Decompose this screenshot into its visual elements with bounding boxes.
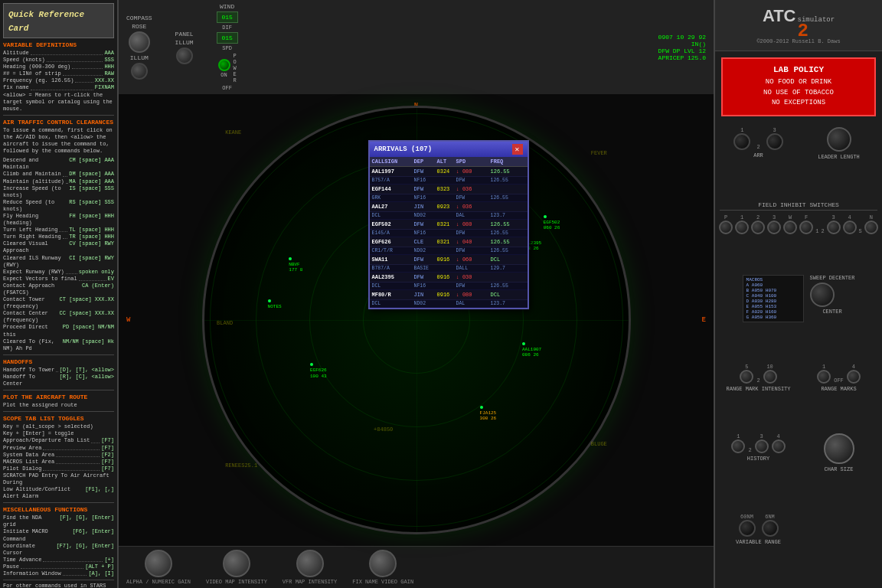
arrivals-header: CALLSIGN DEP ALT SPD FREQ bbox=[370, 157, 528, 167]
range-mark-5[interactable] bbox=[740, 370, 753, 384]
qrc-scope-title: SCOPE TAB LIST TOGGLES bbox=[3, 415, 114, 422]
arr-knob-1[interactable] bbox=[733, 133, 750, 150]
field-inhibit-w[interactable] bbox=[783, 220, 797, 234]
qrc-plot-text: Plot the assigned route bbox=[3, 402, 114, 409]
arr-row-1[interactable]: AAL1997 DFW 0324 ↓ 080 126.55 bbox=[370, 167, 528, 177]
compass-knob[interactable] bbox=[129, 31, 150, 53]
wind-label: WIND bbox=[220, 3, 234, 10]
blip-7[interactable]: EGF626100 43 bbox=[310, 362, 327, 378]
vfr-map-label: VFR MAP INTENSITY bbox=[283, 579, 337, 585]
range-marks-1[interactable] bbox=[817, 370, 831, 384]
arr-row-8[interactable]: MF80/R JIN 0916 ↓ 080 DCL bbox=[370, 290, 528, 300]
var-range-knob-60[interactable] bbox=[739, 520, 756, 537]
radar-controls-top: COMPASS ROSE ILLUM PANEL ILLUM WIND 015 … bbox=[119, 0, 714, 94]
history-3[interactable] bbox=[755, 439, 769, 453]
blip-9[interactable]: AAL1007086 26 bbox=[522, 341, 541, 358]
field-inhibit-s4[interactable] bbox=[843, 220, 857, 234]
qrc-lin: ## = LIN# of stripRAW bbox=[3, 70, 114, 77]
qrc-cmd9: Cleared Visual ApproachCV [space] RWY bbox=[3, 240, 114, 254]
radar-info-line1: 0907 10 29 92 bbox=[658, 34, 706, 41]
fix-label-1: KEANE bbox=[225, 129, 241, 136]
qrc-cmd12: Expect Vectors to finalEV bbox=[3, 276, 114, 283]
blip-10[interactable]: NOTES bbox=[268, 299, 282, 309]
qrc-scope1: Key = (alt_scope > selected) bbox=[3, 423, 114, 430]
field-inhibit-p[interactable] bbox=[719, 220, 733, 234]
arr-row-5[interactable]: EGF626 CLE 0321 ↓ 040 126.55 bbox=[370, 237, 528, 247]
qrc-misc5: Pause[ALT + P] bbox=[3, 564, 114, 570]
field-inhibit-2[interactable] bbox=[751, 220, 765, 234]
leader-length-knob[interactable] bbox=[827, 127, 851, 152]
video-map-knob[interactable] bbox=[223, 550, 250, 577]
arrivals-title: ARRIVALS (107) bbox=[374, 145, 433, 153]
qrc-divider3 bbox=[3, 390, 114, 390]
fix-label-2: BLAND bbox=[217, 320, 233, 326]
history-1[interactable] bbox=[731, 439, 745, 453]
field-inhibit-f[interactable] bbox=[799, 220, 813, 234]
center-bottom: ALPHA / NUMERIC GAIN VIDEO MAP INTENSITY… bbox=[119, 546, 714, 588]
arrivals-dialog[interactable]: ARRIVALS (107) ✕ CALLSIGN DEP ALT SPD FR… bbox=[368, 140, 529, 309]
arr-row-4[interactable]: EGF502 DFW 0321 ↓ 080 126.55 bbox=[370, 220, 528, 230]
arr-knob-3[interactable] bbox=[766, 133, 783, 150]
history-4[interactable] bbox=[772, 439, 786, 453]
qrc-atc-text: To issue a command, first click on the A… bbox=[3, 127, 114, 155]
range-mark-intensity-ctrl: 5 2 10 RANGE MARK INTENSITY bbox=[720, 364, 797, 430]
qrc-cmd2: Climb and MaintainDM [space] AAA bbox=[3, 171, 114, 178]
qrc-divider4 bbox=[3, 411, 114, 412]
arr-row-2[interactable]: EGF144 DFW 0323 ↓ 036 bbox=[370, 185, 528, 194]
arr-row-7[interactable]: AAL2395 DFW 0916 ↓ 030 bbox=[370, 273, 528, 283]
blip-6[interactable]: EGF502060 26 bbox=[544, 214, 560, 230]
compass-label2: ROSE bbox=[132, 23, 146, 30]
blip-8[interactable]: FJA125300 26 bbox=[480, 405, 497, 421]
qrc-misc-title: MISCELLANEOUS FUNCTIONS bbox=[3, 506, 114, 513]
panel-label: PANEL bbox=[175, 31, 194, 38]
range-marks-label: RANGE MARKS bbox=[821, 386, 856, 392]
center-panel: COMPASS ROSE ILLUM PANEL ILLUM WIND 015 … bbox=[119, 0, 714, 588]
arrivals-titlebar[interactable]: ARRIVALS (107) ✕ bbox=[370, 142, 528, 157]
field-inhibit-n[interactable] bbox=[864, 220, 878, 234]
alpha-numeric-ctrl: ALPHA / NUMERIC GAIN bbox=[126, 550, 191, 585]
arrivals-close-button[interactable]: ✕ bbox=[512, 144, 523, 155]
field-inhibit-s3[interactable] bbox=[827, 220, 841, 234]
qrc-divider1 bbox=[3, 115, 114, 116]
vfr-map-knob[interactable] bbox=[296, 550, 324, 577]
qrc-misc2: Initiate MACRO Command[F6], [Enter] bbox=[3, 528, 114, 542]
fix-name-knob[interactable] bbox=[369, 550, 397, 577]
qrc-cmd5: Reduce Speed (to knots)RS [space] SSS bbox=[3, 199, 114, 213]
radar-info-line4: APRICEP 125.0 bbox=[658, 54, 706, 61]
var-range-knob-6[interactable] bbox=[762, 520, 779, 537]
fix-label-3: RENEES25.1 bbox=[225, 462, 257, 469]
lab-policy-line3: NO EXCEPTIONS bbox=[729, 98, 868, 109]
qrc-heading: Heading (000-360 deg)HHH bbox=[3, 64, 114, 70]
field-inhibit-3[interactable] bbox=[767, 220, 781, 234]
qrc-misc3: Coordinate Cursor[F7], [G], [Enter] bbox=[3, 543, 114, 557]
qrc-speed: Speed (knots)SSS bbox=[3, 57, 114, 64]
arr-row-3[interactable]: AAL27 JIN 0923 ↓ 036 bbox=[370, 202, 528, 212]
qrc-scope9: Low Altitude/Conflict Alert Alarm[F1], [… bbox=[3, 486, 114, 500]
qrc-handoff1: Handoff To Tower[D], [T], <allow> bbox=[3, 367, 114, 374]
arr-col-spd: SPD bbox=[456, 158, 491, 165]
video-map-ctrl: VIDEO MAP INTENSITY bbox=[206, 550, 267, 585]
qrc-cmd17: Cleared To (Fix, NM) Ah PdNM/NM [space] … bbox=[3, 338, 114, 352]
center-label: CENTER bbox=[810, 309, 855, 315]
char-size-knob[interactable] bbox=[824, 433, 854, 464]
arr-col-dep: DEP bbox=[414, 158, 437, 165]
range-mark-10[interactable] bbox=[763, 370, 777, 384]
compass-switch[interactable] bbox=[131, 63, 148, 80]
qrc-other-text: For other commands used in STARS mode, p… bbox=[3, 583, 114, 588]
qrc-misc6: Information Window[A], [I] bbox=[3, 570, 114, 577]
macros-display: MACROS A A060 B A050 H070 C A040 H100 D … bbox=[720, 275, 877, 361]
sweep-decenter-group: SWEEP DECENTER CENTER bbox=[810, 275, 855, 322]
fix-name-ctrl: FIX NAME VIDEO GAIN bbox=[352, 550, 413, 585]
panel-switch[interactable] bbox=[176, 47, 193, 64]
field-inhibit-1[interactable] bbox=[735, 220, 749, 234]
left-panel: Quick Reference Card VARIABLE DEFINITION… bbox=[0, 0, 119, 588]
arr-row-6[interactable]: SWA11 DFW 0916 ↓ 060 DCL bbox=[370, 255, 528, 265]
sweep-decenter-knob[interactable] bbox=[810, 283, 835, 307]
blip-3[interactable]: NBVF177 8 bbox=[289, 256, 302, 273]
leader-length-label: LEADER LENGTH bbox=[818, 154, 860, 160]
arr-ctrl: 1 2 3 ARR bbox=[720, 127, 797, 198]
wind-spd-box: 015 bbox=[217, 32, 238, 44]
range-marks-4[interactable] bbox=[847, 370, 861, 384]
qrc-cmd13: Contact Approach (FSATCS)CA (Enter) bbox=[3, 283, 114, 296]
alpha-numeric-knob[interactable] bbox=[145, 550, 172, 577]
